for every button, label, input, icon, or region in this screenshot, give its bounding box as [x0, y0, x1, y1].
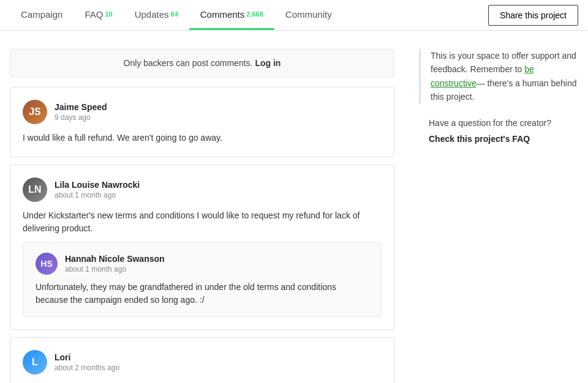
comments-badge: 2,668 — [246, 10, 263, 18]
comment-author: Jaime Speed — [55, 102, 107, 112]
main-layout: Only backers can post comments. Log in J… — [0, 31, 588, 383]
comment-time: about 1 month ago — [65, 265, 165, 273]
tab-comments[interactable]: Comments2,668 — [189, 0, 274, 30]
comment-time: about 1 month ago — [55, 191, 140, 199]
tab-campaign[interactable]: Campaign — [10, 0, 74, 30]
comment-header: L Lori about 2 months ago — [23, 350, 382, 374]
comments-column: Only backers can post comments. Log in J… — [10, 49, 394, 383]
comment-author: Hannah Nicole Swanson — [65, 254, 165, 264]
share-button[interactable]: Share this project — [488, 5, 578, 26]
comment-card: L Lori about 2 months ago I'm continuous… — [10, 337, 394, 383]
comment-author: Lori — [55, 352, 119, 362]
nav-bar: Campaign FAQ10 Updates64 Comments2,668 C… — [0, 0, 588, 31]
sidebar: This is your space to offer support and … — [419, 49, 578, 383]
avatar: HS — [36, 253, 58, 275]
comment-header: HS Hannah Nicole Swanson about 1 month a… — [36, 253, 369, 275]
comment-time: 9 days ago — [55, 113, 107, 122]
comment-body: Unfortunately, they may be grandfathered… — [36, 281, 369, 307]
nav-tabs: Campaign FAQ10 Updates64 Comments2,668 C… — [10, 0, 343, 30]
tab-community[interactable]: Community — [274, 0, 343, 30]
comment-body: Under Kickstarter's new terms and condit… — [23, 209, 382, 235]
comment-meta: Lori about 2 months ago — [55, 352, 119, 372]
comment-header: JS Jaime Speed 9 days ago — [23, 100, 382, 124]
sidebar-question: Have a question for the creator? Check t… — [419, 116, 578, 146]
comment-time: about 2 months ago — [55, 363, 119, 372]
comment-body: I would like a full refund. We aren't go… — [23, 132, 382, 144]
sidebar-support-text: This is your space to offer support and … — [419, 49, 578, 104]
reply-card: HS Hannah Nicole Swanson about 1 month a… — [23, 242, 382, 317]
comment-meta: Jaime Speed 9 days ago — [55, 102, 107, 122]
tab-updates[interactable]: Updates64 — [124, 0, 189, 30]
comment-card: JS Jaime Speed 9 days ago I would like a… — [10, 87, 394, 157]
updates-badge: 64 — [171, 10, 178, 18]
login-notice: Only backers can post comments. Log in — [10, 49, 394, 77]
avatar: JS — [23, 100, 47, 124]
comment-header: LN Lila Louise Nawrocki about 1 month ag… — [23, 177, 382, 202]
comment-card: LN Lila Louise Nawrocki about 1 month ag… — [10, 165, 394, 330]
comment-author: Lila Louise Nawrocki — [55, 180, 140, 190]
comment-meta: Lila Louise Nawrocki about 1 month ago — [55, 180, 140, 199]
login-link[interactable]: Log in — [255, 58, 281, 68]
avatar: L — [23, 350, 47, 374]
faq-badge: 10 — [105, 10, 112, 18]
tab-faq[interactable]: FAQ10 — [74, 0, 123, 30]
faq-link[interactable]: Check this project's FAQ — [429, 132, 578, 146]
comment-meta: Hannah Nicole Swanson about 1 month ago — [65, 254, 165, 273]
avatar: LN — [23, 177, 47, 202]
